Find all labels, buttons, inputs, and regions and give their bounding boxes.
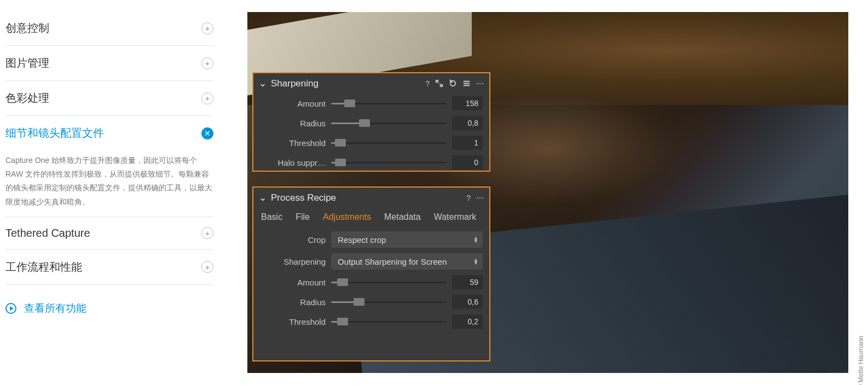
select-sharpening[interactable]: Output Sharpening for Screen ▲▼ bbox=[331, 253, 483, 270]
recipe-amount-label: Amount bbox=[260, 278, 326, 287]
tab-watermark[interactable]: Watermark bbox=[434, 212, 477, 222]
sidebar-item-color[interactable]: 色彩处理 + bbox=[5, 81, 213, 116]
panel-toolbar: ? ⋯ bbox=[466, 194, 484, 202]
menu-lines-icon[interactable] bbox=[462, 79, 471, 88]
select-value: Output Sharpening for Screen bbox=[338, 257, 447, 266]
view-all-label: 查看所有功能 bbox=[24, 301, 86, 316]
sharpening-radius-slider[interactable] bbox=[331, 118, 447, 129]
sidebar: 创意控制 + 图片管理 + 色彩处理 + 细节和镜头配置文件 ✕ Capture… bbox=[0, 0, 219, 316]
sharpening-halosuppr-value[interactable]: 0 bbox=[452, 155, 483, 170]
recipe-threshold-slider[interactable] bbox=[331, 316, 447, 327]
help-icon[interactable]: ? bbox=[425, 79, 430, 88]
select-label: Sharpening bbox=[260, 257, 326, 266]
help-icon[interactable]: ? bbox=[466, 194, 471, 202]
sidebar-item-image-mgmt[interactable]: 图片管理 + bbox=[5, 46, 213, 81]
expand-icon[interactable]: + bbox=[201, 261, 213, 273]
recipe-tabs: BasicFileAdjustmentsMetadataWatermark bbox=[253, 208, 489, 229]
recipe-radius-slider[interactable] bbox=[331, 296, 447, 307]
sharpening-radius-label: Radius bbox=[260, 119, 326, 128]
recipe-threshold-label: Threshold bbox=[260, 317, 326, 326]
sidebar-item-creative[interactable]: 创意控制 + bbox=[5, 11, 213, 46]
recipe-threshold-row: Threshold 0,2 bbox=[253, 312, 489, 331]
reset-icon[interactable] bbox=[449, 79, 457, 88]
sidebar-item-label: 图片管理 bbox=[5, 56, 49, 71]
select-value: Respect crop bbox=[338, 235, 386, 244]
section-description: Capture One 始终致力于提升图像质量，因此可以将每个 RAW 文件的特… bbox=[5, 150, 213, 217]
sidebar-item-label: 色彩处理 bbox=[5, 91, 49, 106]
expand-icon[interactable]: + bbox=[201, 92, 213, 104]
panel-header: ⌄ Process Recipe ? ⋯ bbox=[253, 188, 489, 208]
sharpening-halosuppr-label: Halo suppr… bbox=[260, 158, 326, 167]
sidebar-item-detail-lens[interactable]: 细节和镜头配置文件 ✕ bbox=[5, 116, 213, 150]
sharpening-amount-label: Amount bbox=[260, 99, 326, 108]
recipe-radius-label: Radius bbox=[260, 298, 326, 307]
process-recipe-panel: ⌄ Process Recipe ? ⋯ BasicFileAdjustment… bbox=[252, 186, 490, 361]
select-label: Crop bbox=[260, 235, 326, 244]
chevron-down-icon[interactable]: ⌄ bbox=[259, 192, 267, 203]
sharpening-amount-row: Amount 158 bbox=[253, 94, 489, 113]
panel-toolbar: ? ⋯ bbox=[425, 79, 484, 88]
expand-icon[interactable]: + bbox=[201, 57, 213, 69]
recipe-radius-row: Radius 0,6 bbox=[253, 292, 489, 312]
select-crop[interactable]: Respect crop ▲▼ bbox=[331, 231, 483, 248]
dots-icon[interactable]: ⋯ bbox=[476, 79, 484, 88]
recipe-amount-value[interactable]: 59 bbox=[452, 275, 483, 289]
sidebar-item-label: Tethered Capture bbox=[5, 227, 90, 240]
tab-metadata[interactable]: Metadata bbox=[384, 212, 421, 222]
sidebar-item-label: 工作流程和性能 bbox=[5, 260, 82, 275]
recipe-radius-value[interactable]: 0,6 bbox=[452, 295, 483, 309]
stepper-icon: ▲▼ bbox=[473, 236, 478, 243]
panel-title: Sharpening bbox=[271, 78, 319, 89]
sidebar-item-workflow[interactable]: 工作流程和性能 + bbox=[5, 250, 213, 285]
sharpening-halosuppr-slider[interactable] bbox=[331, 157, 447, 168]
sharpening-threshold-row: Threshold 1 bbox=[253, 133, 489, 153]
select-crop-row: Crop Respect crop ▲▼ bbox=[253, 229, 489, 250]
sharpening-radius-value[interactable]: 0,8 bbox=[452, 116, 483, 130]
play-icon bbox=[5, 303, 16, 314]
chevron-down-icon[interactable]: ⌄ bbox=[259, 78, 267, 89]
expand-arrows-icon[interactable] bbox=[435, 79, 443, 88]
sidebar-item-tethered[interactable]: Tethered Capture + bbox=[5, 217, 213, 250]
recipe-threshold-value[interactable]: 0,2 bbox=[452, 314, 483, 329]
select-sharpening-row: Sharpening Output Sharpening for Screen … bbox=[253, 250, 489, 272]
sidebar-item-label: 细节和镜头配置文件 bbox=[5, 126, 104, 141]
expand-icon[interactable]: + bbox=[201, 22, 213, 34]
sharpening-threshold-label: Threshold bbox=[260, 138, 326, 148]
close-icon[interactable]: ✕ bbox=[201, 127, 213, 139]
photo-credit: © Mette Haumann bbox=[857, 336, 865, 385]
sharpening-threshold-value[interactable]: 1 bbox=[452, 136, 483, 150]
view-all-link[interactable]: 查看所有功能 bbox=[5, 301, 213, 316]
tab-file[interactable]: File bbox=[296, 212, 310, 222]
sharpening-radius-row: Radius 0,8 bbox=[253, 113, 489, 133]
stepper-icon: ▲▼ bbox=[473, 258, 478, 265]
panel-title: Process Recipe bbox=[271, 192, 336, 203]
dots-icon[interactable]: ⋯ bbox=[476, 194, 484, 202]
sharpening-halosuppr-row: Halo suppr… 0 bbox=[253, 153, 489, 172]
sharpening-amount-value[interactable]: 158 bbox=[452, 96, 483, 110]
tab-adjustments[interactable]: Adjustments bbox=[323, 212, 371, 222]
sharpening-threshold-slider[interactable] bbox=[331, 137, 447, 148]
tab-basic[interactable]: Basic bbox=[261, 212, 282, 222]
panel-header: ⌄ Sharpening ? ⋯ bbox=[253, 73, 489, 94]
recipe-amount-row: Amount 59 bbox=[253, 272, 489, 292]
sharpening-amount-slider[interactable] bbox=[331, 98, 447, 109]
recipe-amount-slider[interactable] bbox=[331, 277, 447, 288]
sharpening-panel: ⌄ Sharpening ? ⋯ Amount 158 Radius 0,8 T… bbox=[252, 72, 490, 172]
expand-icon[interactable]: + bbox=[201, 227, 213, 239]
sidebar-item-label: 创意控制 bbox=[5, 21, 49, 36]
